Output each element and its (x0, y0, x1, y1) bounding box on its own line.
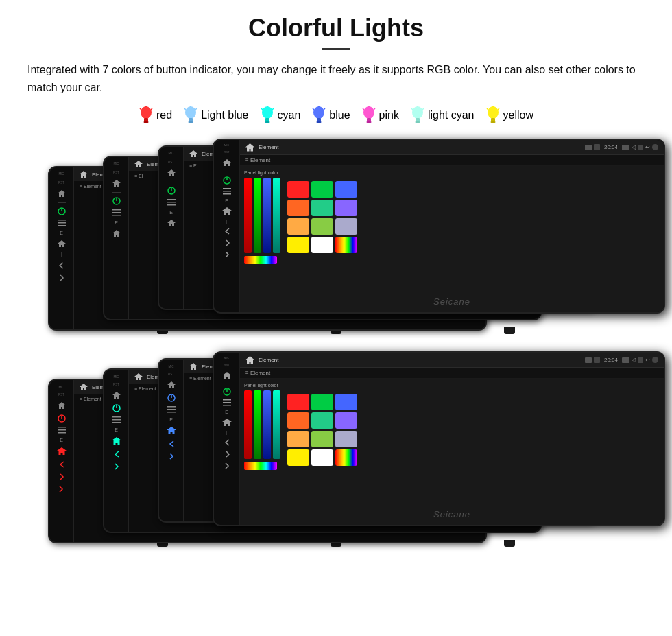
color-label-blue: blue (329, 109, 350, 121)
color-row: red Light blue cyan (21, 106, 651, 125)
bulb-icon-red (139, 106, 154, 125)
svg-rect-60 (223, 191, 231, 192)
svg-rect-38 (490, 121, 495, 123)
menu-icon (58, 220, 66, 226)
bulb-icon-yellow (485, 106, 501, 125)
svg-rect-55 (167, 202, 176, 203)
svg-point-6 (185, 106, 196, 119)
color-label-lightblue: Light blue (201, 109, 248, 121)
svg-point-18 (313, 106, 324, 119)
device-card-top-4: MIC RST E Element (213, 139, 665, 314)
bulb-icon-cyan (260, 106, 275, 125)
title-divider (322, 48, 350, 50)
power-icon (58, 207, 66, 215)
topbar-home-icon (80, 170, 88, 178)
svg-point-30 (412, 106, 423, 119)
svg-rect-77 (167, 412, 176, 413)
bulb-icon-pink (361, 106, 376, 125)
description-text: Integrated with 7 colors of button indic… (21, 61, 651, 96)
color-label-yellow: yellow (503, 109, 533, 121)
svg-rect-20 (317, 121, 322, 123)
svg-rect-81 (223, 402, 231, 403)
svg-rect-82 (223, 405, 231, 406)
svg-rect-67 (58, 432, 66, 434)
svg-rect-75 (167, 406, 176, 408)
svg-line-5 (151, 108, 152, 110)
svg-rect-54 (167, 199, 176, 200)
svg-rect-8 (189, 121, 193, 123)
color-item-red: red (139, 106, 172, 125)
svg-line-10 (184, 108, 186, 110)
svg-point-24 (363, 106, 374, 119)
svg-rect-71 (112, 419, 121, 421)
svg-rect-80 (223, 399, 231, 401)
svg-rect-65 (58, 427, 66, 428)
page-container: Colorful Lights Integrated with 7 colors… (0, 0, 672, 564)
color-item-lightblue: Light blue (183, 106, 248, 125)
svg-rect-70 (112, 416, 121, 418)
home2-icon (58, 239, 66, 248)
svg-line-22 (313, 108, 314, 110)
page-title: Colorful Lights (21, 14, 651, 43)
watermark-top: Seicane (433, 296, 470, 307)
top-device-row: MIC RST E Element ◁ (34, 139, 638, 338)
svg-line-34 (411, 108, 413, 110)
svg-point-0 (141, 106, 152, 119)
svg-line-17 (272, 108, 274, 110)
color-label-lightcyan: light cyan (428, 109, 475, 121)
svg-line-28 (363, 108, 364, 110)
svg-rect-44 (58, 220, 66, 221)
home-icon (57, 189, 67, 198)
svg-rect-51 (112, 215, 121, 216)
svg-rect-25 (367, 118, 371, 121)
svg-rect-31 (416, 118, 420, 121)
svg-rect-45 (58, 222, 66, 224)
svg-rect-56 (167, 204, 176, 206)
svg-point-36 (488, 106, 499, 119)
color-item-cyan: cyan (260, 106, 301, 125)
svg-rect-50 (112, 212, 121, 213)
svg-line-4 (140, 108, 141, 110)
bulb-icon-lightblue (183, 106, 198, 125)
bottom-device-row: MIC RST E Element ≡ Element (34, 351, 638, 550)
svg-line-11 (195, 108, 197, 110)
arrow-icon (58, 274, 66, 282)
color-item-lightcyan: light cyan (410, 106, 475, 125)
svg-rect-14 (265, 121, 269, 123)
svg-line-41 (498, 108, 499, 110)
color-item-blue: blue (311, 106, 350, 125)
svg-rect-37 (491, 118, 495, 121)
color-label-pink: pink (379, 109, 399, 121)
svg-line-35 (422, 108, 424, 110)
svg-rect-1 (144, 118, 148, 121)
color-label-cyan: cyan (278, 109, 301, 121)
back-icon (58, 261, 66, 270)
watermark-bottom: Seicane (433, 509, 470, 519)
color-item-pink: pink (361, 106, 399, 125)
svg-rect-66 (58, 429, 66, 431)
svg-line-23 (324, 108, 325, 110)
svg-rect-49 (112, 209, 121, 211)
svg-rect-19 (317, 118, 321, 121)
svg-point-12 (262, 106, 273, 119)
color-label-red: red (156, 109, 172, 121)
svg-rect-59 (223, 188, 231, 189)
svg-rect-13 (265, 118, 269, 121)
color-item-yellow: yellow (485, 106, 533, 125)
svg-rect-61 (223, 193, 231, 195)
svg-rect-2 (144, 121, 149, 123)
bulb-icon-blue (311, 106, 326, 125)
svg-line-40 (487, 108, 488, 110)
svg-rect-72 (112, 422, 121, 423)
svg-line-16 (261, 108, 263, 110)
svg-rect-26 (366, 121, 371, 123)
bulb-icon-lightcyan (410, 106, 425, 125)
device-card-bot-4: MIC RST E Element (213, 351, 665, 526)
title-section: Colorful Lights (21, 14, 651, 50)
svg-rect-46 (58, 225, 66, 226)
svg-rect-7 (189, 118, 193, 121)
svg-line-29 (374, 108, 375, 110)
svg-rect-76 (167, 409, 176, 410)
svg-rect-32 (415, 121, 420, 123)
